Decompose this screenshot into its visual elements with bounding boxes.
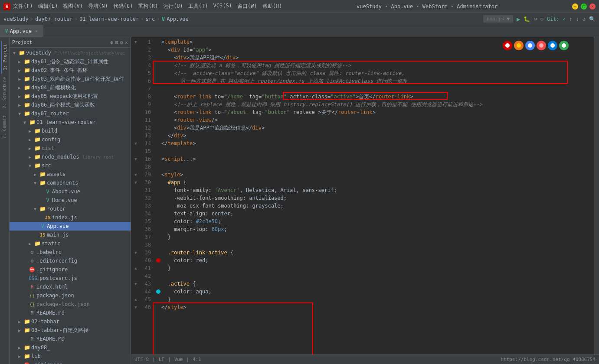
breadcrumb-root[interactable]: vueStudy: [3, 16, 29, 22]
tree-item-gitignore[interactable]: ⛔ .gitignore: [10, 265, 131, 274]
tree-item-day04[interactable]: ▶ 📁 day04_前端模块化: [10, 83, 131, 92]
menu-edit[interactable]: 编辑(E): [38, 3, 58, 10]
close-button[interactable]: ✕: [589, 3, 596, 10]
tree-label: day01_指令_动态绑定_计算属性: [31, 58, 108, 65]
menu-run[interactable]: 运行(U): [163, 3, 183, 10]
tree-item-lib[interactable]: ▶ 📁 lib: [10, 352, 131, 361]
menu-help[interactable]: 帮助(H): [262, 3, 282, 10]
tree-item-build[interactable]: ▶ 📁 build: [10, 127, 131, 135]
ie-icon[interactable]: [525, 41, 535, 50]
panel-tab-structure[interactable]: 2: Structure: [1, 74, 8, 112]
breadcrumb-01[interactable]: 01_learn-vue-router: [79, 16, 139, 22]
panel-tab-project[interactable]: 1: Project: [1, 41, 8, 74]
tree-item-gitignore2[interactable]: ⛔ .gitignore: [10, 361, 131, 364]
panel-icon-locate[interactable]: ⊕: [110, 39, 113, 46]
fold-button[interactable]: ▼: [134, 249, 138, 257]
firefox-icon[interactable]: [514, 41, 524, 50]
fold-button[interactable]: ▼: [134, 171, 138, 179]
tree-item-day03[interactable]: ▶ 📁 day03_双向绑定指令_组件化开发_组件: [10, 75, 131, 83]
git-push[interactable]: ↑: [569, 16, 572, 22]
tab-app-vue[interactable]: V App.vue ✕: [0, 25, 43, 37]
tree-item-readme[interactable]: M README.md: [10, 309, 131, 317]
code-text: color: red;: [161, 257, 590, 264]
tree-item-assets[interactable]: ▶ 📁 assets: [10, 170, 131, 179]
tree-item-packagejson[interactable]: {} package.json: [10, 291, 131, 300]
breadcrumb-src[interactable]: src: [145, 16, 155, 22]
menu-nav[interactable]: 导航(N): [88, 3, 108, 10]
tree-item-indexhtml[interactable]: H index.html: [10, 283, 131, 291]
edge-icon[interactable]: [548, 41, 557, 50]
chrome-icon[interactable]: [503, 41, 512, 50]
right-scrollbar[interactable]: [594, 37, 599, 354]
tree-item-day01[interactable]: ▶ 📁 day01_指令_动态绑定_计算属性: [10, 57, 131, 66]
menu-bar[interactable]: 文件(F) 编辑(E) 视图(V) 导航(N) 代码(C) 重构(R) 运行(U…: [13, 3, 282, 10]
menu-vcs[interactable]: VCS(S): [213, 3, 232, 10]
tree-item-router[interactable]: ▼ 📁 router: [10, 205, 131, 213]
tree-item-day06[interactable]: ▶ 📁 day06_两个模式_箭头函数: [10, 101, 131, 109]
tree-item-app-vue[interactable]: V App.vue: [10, 222, 131, 231]
breadcrumb-file[interactable]: App.vue: [167, 16, 189, 22]
code-area[interactable]: <template> <div id="app"> <div>我是APP组件</…: [153, 37, 594, 354]
tree-item-about-vue[interactable]: V About.vue: [10, 187, 131, 196]
git-pull[interactable]: ↓: [576, 16, 579, 22]
fold-button[interactable]: ▼: [134, 280, 138, 288]
tree-item-03tabbar[interactable]: ▶ 📁 03-tabbar-自定义路径: [10, 326, 131, 335]
tree-item-editorconfig[interactable]: ⚙ .editorconfig: [10, 257, 131, 265]
tree-item-node-modules[interactable]: ▶ 📁 node_modules library root: [10, 153, 131, 161]
settings-button[interactable]: ⚙: [540, 16, 543, 22]
tree-item-static[interactable]: ▶ 📁 static: [10, 239, 131, 248]
tree-item-babelrc[interactable]: ⚙ .babelrc: [10, 248, 131, 257]
nav-bar: vueStudy › day07_router › 01_learn-vue-r…: [0, 13, 599, 25]
run-button[interactable]: ▶: [517, 16, 520, 23]
fold-button[interactable]: ▼: [134, 179, 138, 186]
code-line: [156, 147, 590, 155]
opera-icon[interactable]: [537, 41, 546, 50]
fold-button[interactable]: ▼: [134, 38, 138, 46]
tree-item-main-js[interactable]: JS main.js: [10, 231, 131, 239]
search-button[interactable]: 🔍: [589, 16, 596, 22]
menu-code[interactable]: 代码(C): [113, 3, 133, 10]
line-number: 14: [139, 140, 151, 147]
panel-icon-settings[interactable]: ⚙: [120, 39, 123, 46]
minimize-button[interactable]: ─: [572, 3, 578, 10]
fold-button[interactable]: ▼: [134, 155, 138, 163]
fold-button[interactable]: ▼: [134, 140, 138, 147]
run-config[interactable]: mmm.js ▼: [483, 15, 513, 23]
menu-file[interactable]: 文件(F): [13, 3, 33, 10]
tree-item-vuestudy[interactable]: ▼ 📁 vueStudy F:\ffl\webProject\study\vue: [10, 49, 131, 57]
debug-button[interactable]: 🐛: [524, 16, 530, 22]
tree-item-day05[interactable]: ▶ 📁 day05_webpack使用和配置: [10, 92, 131, 101]
revert-button[interactable]: ↺: [583, 16, 586, 22]
tree-item-dist[interactable]: ▶ 📁 dist: [10, 144, 131, 153]
tree-item-components[interactable]: ▼ 📁 components: [10, 179, 131, 187]
tab-close-icon[interactable]: ✕: [35, 29, 38, 33]
panel-icon-collapse[interactable]: ⊟: [115, 39, 118, 46]
tree-item-day08[interactable]: ▶ 📁 day08_: [10, 343, 131, 352]
menu-window[interactable]: 窗口(W): [237, 3, 257, 10]
window-controls[interactable]: ─ □ ✕: [572, 3, 596, 10]
tree-item-day02[interactable]: ▶ 📁 day02_事件_条件_循环: [10, 66, 131, 75]
panel-tab-commit[interactable]: 7: Commit: [1, 112, 8, 142]
maximize-button[interactable]: □: [581, 3, 587, 10]
tree-item-index-js[interactable]: JS index.js: [10, 213, 131, 222]
menu-tools[interactable]: 工具(T): [188, 3, 208, 10]
tree-item-01router[interactable]: ▼ 📁 01_learn-vue-router: [10, 118, 131, 127]
fold-button[interactable]: ▲: [134, 264, 138, 272]
panel-icon-close[interactable]: ✕: [125, 39, 128, 46]
fold-button[interactable]: ▼: [134, 303, 138, 311]
coverage-button[interactable]: ⊙: [534, 16, 537, 22]
tree-item-02tabbar[interactable]: ▶ 📁 02-tabbar: [10, 317, 131, 326]
arrow-icon: ▶: [18, 85, 23, 90]
tree-item-day07[interactable]: ▼ 📁 day07_router: [10, 109, 131, 118]
tree-item-readmemd2[interactable]: M README.MD: [10, 335, 131, 343]
breadcrumb-day07[interactable]: day07_router: [35, 16, 73, 22]
tree-item-config[interactable]: ▶ 📁 config: [10, 135, 131, 144]
menu-view[interactable]: 视图(V): [63, 3, 83, 10]
tree-item-postcssrc[interactable]: CSS .postcssrc.js: [10, 274, 131, 283]
tree-item-home-vue[interactable]: V Home.vue: [10, 196, 131, 205]
safari-icon[interactable]: [559, 41, 569, 50]
tree-item-src[interactable]: ▼ 📁 src: [10, 161, 131, 170]
fold-button[interactable]: ▲: [134, 296, 138, 303]
menu-refactor[interactable]: 重构(R): [138, 3, 158, 10]
tree-item-packagelockjson[interactable]: {} package-lock.json: [10, 300, 131, 309]
